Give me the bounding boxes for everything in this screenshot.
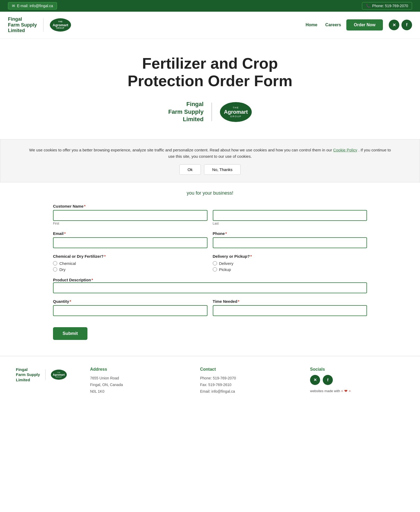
heart-icon: ❤ (344, 389, 348, 393)
chemical-label: Chemical or Dry Fertilizer?* (53, 254, 207, 259)
phone-group: Phone* (213, 231, 367, 248)
delivery-radio-group: Delivery Pickup (213, 261, 367, 272)
phone-icon: 📞 (366, 4, 370, 8)
form-section: you for your business! Customer Name* Fi… (0, 190, 420, 356)
pickup-option[interactable]: Pickup (213, 267, 367, 272)
cookie-message: We use cookies to offer you a better bro… (27, 147, 393, 160)
hero-logo-divider (211, 103, 212, 121)
footer: Fingal Farm Supply Limited THE Agromart … (0, 356, 420, 406)
footer-address: 7655 Union Road Fingal, ON, Canada N0L 1… (90, 375, 184, 395)
top-bar: ✉ E-mail: info@fingal.ca 📞 Phone: 519-76… (0, 0, 420, 12)
thank-you-text: you for your business! (53, 190, 367, 196)
footer-socials-title: Socials (310, 367, 404, 372)
delivery-group: Delivery or Pickup?* Delivery Pickup (213, 254, 367, 272)
hero-logos: Fingal Farm Supply Limited THE Agromart … (8, 100, 412, 123)
order-now-button[interactable]: Order Now (346, 19, 383, 30)
last-name-input[interactable] (213, 210, 367, 221)
product-desc-label: Product Description* (53, 278, 93, 282)
order-form: Customer Name* First Last Email* (53, 204, 367, 340)
first-name-group: First (53, 210, 207, 225)
chemical-radio-group: Chemical Dry (53, 261, 207, 272)
cookie-banner: We use cookies to offer you a better bro… (0, 139, 420, 182)
facebook-nav-icon[interactable]: f (401, 20, 412, 30)
quantity-group: Quantity* (53, 299, 207, 316)
footer-logo-divider (45, 369, 46, 380)
quantity-time-row: Quantity* Time Needed* (53, 299, 367, 316)
hero-agromart-logo: THE Agromart GROUP (220, 102, 252, 122)
pickup-radio[interactable] (213, 267, 217, 272)
code-end-icon: > (349, 389, 351, 393)
chemical-group: Chemical or Dry Fertilizer?* Chemical Dr… (53, 254, 207, 272)
quantity-input[interactable] (53, 305, 207, 316)
twitter-nav-icon[interactable]: ✕ (389, 20, 399, 30)
footer-contact-col: Contact Phone: 519-769-2070 Fax: 519-769… (200, 367, 294, 395)
home-link[interactable]: Home (306, 23, 317, 27)
time-needed-group: Time Needed* (213, 299, 367, 316)
cookie-buttons: Ok No, Thanks (27, 164, 393, 175)
chemical-option[interactable]: Chemical (53, 261, 207, 266)
phone-text: Phone: 519-769-2070 (372, 4, 408, 8)
footer-socials: ✕ f (310, 375, 404, 385)
websites-made: websites made with < ❤ > (310, 389, 404, 393)
chemical-delivery-row: Chemical or Dry Fertilizer?* Chemical Dr… (53, 254, 367, 272)
footer-logo-area: Fingal Farm Supply Limited THE Agromart … (16, 367, 74, 383)
first-label: First (53, 222, 207, 225)
cookie-ok-button[interactable]: Ok (179, 164, 201, 175)
delivery-radio[interactable] (213, 261, 217, 265)
navbar: Fingal Farm Supply Limited THE Agromart … (0, 12, 420, 39)
last-label: Last (213, 222, 367, 225)
footer-address-title: Address (90, 367, 184, 372)
footer-agromart-logo: THE Agromart GROUP (51, 370, 67, 380)
email-input[interactable] (53, 237, 207, 248)
agromart-logo: THE Agromart GROUP (50, 18, 71, 32)
email-text: E-mail: info@fingal.ca (17, 4, 53, 8)
time-needed-label: Time Needed* (213, 299, 367, 304)
cookie-policy-link[interactable]: Cookie Policy (333, 148, 357, 152)
nav-links: Home Careers (306, 23, 341, 27)
hero-brand-text: Fingal Farm Supply Limited (168, 100, 204, 123)
first-name-input[interactable] (53, 210, 207, 221)
cookie-no-button[interactable]: No, Thanks (204, 164, 241, 175)
phone-label: Phone* (213, 231, 367, 236)
email-link[interactable]: ✉ E-mail: info@fingal.ca (8, 2, 57, 10)
footer-address-col: Address 7655 Union Road Fingal, ON, Cana… (90, 367, 184, 395)
dry-option[interactable]: Dry (53, 267, 207, 272)
customer-name-label: Customer Name* (53, 204, 367, 208)
dry-radio[interactable] (53, 267, 57, 272)
chemical-radio[interactable] (53, 261, 57, 265)
nav-logo-area: Fingal Farm Supply Limited THE Agromart … (8, 16, 71, 34)
product-desc-input[interactable] (53, 282, 367, 293)
footer-contact: Phone: 519-769-2070 Fax: 519-769-2610 Em… (200, 375, 294, 395)
time-needed-input[interactable] (213, 305, 367, 316)
email-phone-row: Email* Phone* (53, 231, 367, 248)
twitter-footer-icon[interactable]: ✕ (310, 375, 320, 385)
page-title: Fertilizer and Crop Protection Order For… (104, 55, 316, 90)
footer-brand-text: Fingal Farm Supply Limited (16, 367, 40, 383)
email-label: Email* (53, 231, 207, 236)
delivery-option[interactable]: Delivery (213, 261, 367, 266)
careers-link[interactable]: Careers (325, 23, 341, 27)
footer-socials-col: Socials ✕ f websites made with < ❤ > (310, 367, 404, 393)
code-icon: < (341, 389, 343, 393)
hero-section: Fertilizer and Crop Protection Order For… (0, 39, 420, 139)
delivery-label: Delivery or Pickup?* (213, 254, 367, 259)
email-icon: ✉ (12, 4, 15, 8)
brand-logo-text: Fingal Farm Supply Limited (8, 16, 37, 34)
phone-link[interactable]: 📞 Phone: 519-769-2070 (362, 2, 412, 10)
last-name-group: Last (213, 210, 367, 225)
logo-divider (43, 18, 43, 32)
email-group: Email* (53, 231, 207, 248)
customer-name-group: Customer Name* First Last (53, 204, 367, 225)
quantity-label: Quantity* (53, 299, 207, 304)
submit-button[interactable]: Submit (53, 327, 87, 340)
footer-contact-title: Contact (200, 367, 294, 372)
product-desc-group: Product Description* (53, 278, 367, 293)
facebook-footer-icon[interactable]: f (323, 375, 333, 385)
phone-input[interactable] (213, 237, 367, 248)
